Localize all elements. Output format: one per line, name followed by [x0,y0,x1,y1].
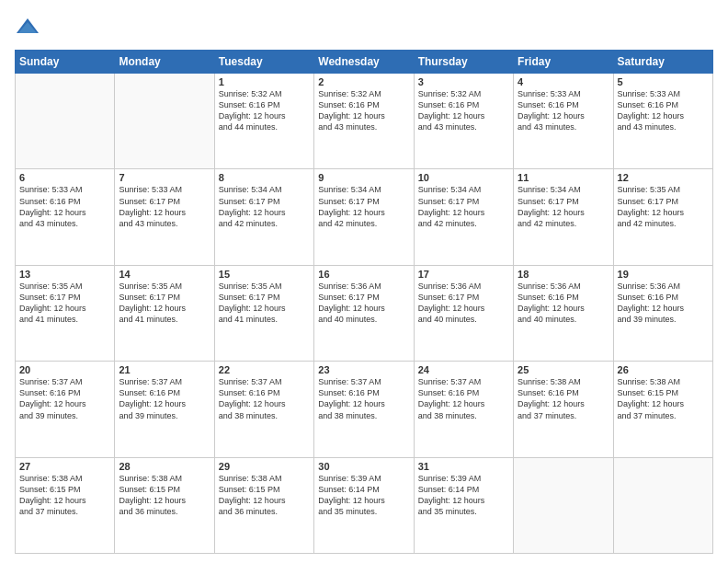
day-info: Sunrise: 5:36 AM Sunset: 6:16 PM Dayligh… [518,281,609,326]
day-number: 17 [418,269,509,280]
day-number: 7 [119,172,210,183]
calendar-cell: 23Sunrise: 5:37 AM Sunset: 6:16 PM Dayli… [314,362,414,457]
calendar-cell: 28Sunrise: 5:38 AM Sunset: 6:15 PM Dayli… [115,457,214,553]
day-number: 28 [119,461,210,472]
calendar-cell: 1Sunrise: 5:32 AM Sunset: 6:16 PM Daylig… [214,74,313,169]
calendar-cell: 2Sunrise: 5:32 AM Sunset: 6:16 PM Daylig… [314,74,414,169]
calendar-week-row: 27Sunrise: 5:38 AM Sunset: 6:15 PM Dayli… [16,457,713,553]
calendar-cell: 31Sunrise: 5:39 AM Sunset: 6:14 PM Dayli… [414,457,513,553]
day-number: 12 [618,172,709,183]
calendar-cell: 17Sunrise: 5:36 AM Sunset: 6:17 PM Dayli… [414,265,513,361]
day-number: 5 [618,76,709,87]
calendar-cell: 10Sunrise: 5:34 AM Sunset: 6:17 PM Dayli… [414,169,513,265]
calendar-cell: 3Sunrise: 5:32 AM Sunset: 6:16 PM Daylig… [414,74,513,169]
day-info: Sunrise: 5:32 AM Sunset: 6:16 PM Dayligh… [219,88,310,133]
day-info: Sunrise: 5:33 AM Sunset: 6:17 PM Dayligh… [119,184,210,229]
day-info: Sunrise: 5:33 AM Sunset: 6:16 PM Dayligh… [518,88,609,133]
calendar-cell: 5Sunrise: 5:33 AM Sunset: 6:16 PM Daylig… [613,74,712,169]
calendar-cell: 26Sunrise: 5:38 AM Sunset: 6:15 PM Dayli… [613,362,712,457]
calendar-cell: 15Sunrise: 5:35 AM Sunset: 6:17 PM Dayli… [214,265,313,361]
day-info: Sunrise: 5:38 AM Sunset: 6:15 PM Dayligh… [219,473,310,518]
day-number: 1 [219,76,310,87]
day-info: Sunrise: 5:38 AM Sunset: 6:15 PM Dayligh… [19,473,110,518]
calendar-cell: 21Sunrise: 5:37 AM Sunset: 6:16 PM Dayli… [115,362,214,457]
calendar-cell: 6Sunrise: 5:33 AM Sunset: 6:16 PM Daylig… [16,169,115,265]
day-number: 4 [518,76,609,87]
day-info: Sunrise: 5:32 AM Sunset: 6:16 PM Dayligh… [418,88,509,133]
day-number: 8 [219,172,310,183]
logo [15,15,44,40]
day-info: Sunrise: 5:36 AM Sunset: 6:17 PM Dayligh… [418,281,509,326]
calendar-cell: 12Sunrise: 5:35 AM Sunset: 6:17 PM Dayli… [613,169,712,265]
calendar-cell: 16Sunrise: 5:36 AM Sunset: 6:17 PM Dayli… [314,265,414,361]
calendar-day-header: Sunday [16,51,115,74]
calendar-cell [613,457,712,553]
day-info: Sunrise: 5:34 AM Sunset: 6:17 PM Dayligh… [418,184,509,229]
day-number: 6 [19,172,110,183]
day-info: Sunrise: 5:37 AM Sunset: 6:16 PM Dayligh… [119,376,210,421]
day-info: Sunrise: 5:34 AM Sunset: 6:17 PM Dayligh… [518,184,609,229]
day-info: Sunrise: 5:35 AM Sunset: 6:17 PM Dayligh… [219,281,310,326]
day-number: 26 [618,364,709,375]
day-info: Sunrise: 5:39 AM Sunset: 6:14 PM Dayligh… [318,473,409,518]
calendar-day-header: Saturday [613,51,712,74]
calendar-cell: 13Sunrise: 5:35 AM Sunset: 6:17 PM Dayli… [16,265,115,361]
day-number: 31 [418,461,509,472]
day-info: Sunrise: 5:34 AM Sunset: 6:17 PM Dayligh… [219,184,310,229]
header [15,15,713,40]
day-number: 14 [119,269,210,280]
calendar-day-header: Friday [514,51,613,74]
day-number: 16 [318,269,409,280]
calendar-header-row: SundayMondayTuesdayWednesdayThursdayFrid… [16,51,713,74]
day-info: Sunrise: 5:32 AM Sunset: 6:16 PM Dayligh… [318,88,409,133]
calendar-cell: 9Sunrise: 5:34 AM Sunset: 6:17 PM Daylig… [314,169,414,265]
calendar-cell: 29Sunrise: 5:38 AM Sunset: 6:15 PM Dayli… [214,457,313,553]
day-number: 11 [518,172,609,183]
calendar-week-row: 20Sunrise: 5:37 AM Sunset: 6:16 PM Dayli… [16,362,713,457]
day-info: Sunrise: 5:37 AM Sunset: 6:16 PM Dayligh… [219,376,310,421]
day-number: 25 [518,364,609,375]
calendar-cell: 25Sunrise: 5:38 AM Sunset: 6:16 PM Dayli… [514,362,613,457]
day-number: 29 [219,461,310,472]
calendar-day-header: Monday [115,51,214,74]
day-info: Sunrise: 5:36 AM Sunset: 6:17 PM Dayligh… [318,281,409,326]
day-info: Sunrise: 5:39 AM Sunset: 6:14 PM Dayligh… [418,473,509,518]
calendar-cell [514,457,613,553]
calendar-cell: 11Sunrise: 5:34 AM Sunset: 6:17 PM Dayli… [514,169,613,265]
calendar-table: SundayMondayTuesdayWednesdayThursdayFrid… [15,50,713,554]
calendar-day-header: Thursday [414,51,513,74]
day-info: Sunrise: 5:33 AM Sunset: 6:16 PM Dayligh… [618,88,709,133]
calendar-cell: 20Sunrise: 5:37 AM Sunset: 6:16 PM Dayli… [16,362,115,457]
day-info: Sunrise: 5:36 AM Sunset: 6:16 PM Dayligh… [618,281,709,326]
day-info: Sunrise: 5:35 AM Sunset: 6:17 PM Dayligh… [618,184,709,229]
day-info: Sunrise: 5:33 AM Sunset: 6:16 PM Dayligh… [19,184,110,229]
day-number: 3 [418,76,509,87]
calendar-cell: 7Sunrise: 5:33 AM Sunset: 6:17 PM Daylig… [115,169,214,265]
day-number: 13 [19,269,110,280]
day-info: Sunrise: 5:38 AM Sunset: 6:15 PM Dayligh… [119,473,210,518]
calendar-cell: 18Sunrise: 5:36 AM Sunset: 6:16 PM Dayli… [514,265,613,361]
day-number: 18 [518,269,609,280]
day-number: 9 [318,172,409,183]
day-number: 23 [318,364,409,375]
day-info: Sunrise: 5:37 AM Sunset: 6:16 PM Dayligh… [318,376,409,421]
day-number: 21 [119,364,210,375]
day-number: 19 [618,269,709,280]
calendar-cell: 22Sunrise: 5:37 AM Sunset: 6:16 PM Dayli… [214,362,313,457]
day-number: 27 [19,461,110,472]
calendar-day-header: Wednesday [314,51,414,74]
calendar-cell: 27Sunrise: 5:38 AM Sunset: 6:15 PM Dayli… [16,457,115,553]
day-number: 15 [219,269,310,280]
calendar-cell: 19Sunrise: 5:36 AM Sunset: 6:16 PM Dayli… [613,265,712,361]
day-number: 22 [219,364,310,375]
calendar-week-row: 6Sunrise: 5:33 AM Sunset: 6:16 PM Daylig… [16,169,713,265]
day-number: 2 [318,76,409,87]
calendar-day-header: Tuesday [214,51,313,74]
calendar-cell: 24Sunrise: 5:37 AM Sunset: 6:16 PM Dayli… [414,362,513,457]
logo-icon [15,15,40,40]
calendar-week-row: 13Sunrise: 5:35 AM Sunset: 6:17 PM Dayli… [16,265,713,361]
day-info: Sunrise: 5:38 AM Sunset: 6:15 PM Dayligh… [618,376,709,421]
calendar-cell: 14Sunrise: 5:35 AM Sunset: 6:17 PM Dayli… [115,265,214,361]
calendar-cell: 30Sunrise: 5:39 AM Sunset: 6:14 PM Dayli… [314,457,414,553]
day-info: Sunrise: 5:38 AM Sunset: 6:16 PM Dayligh… [518,376,609,421]
